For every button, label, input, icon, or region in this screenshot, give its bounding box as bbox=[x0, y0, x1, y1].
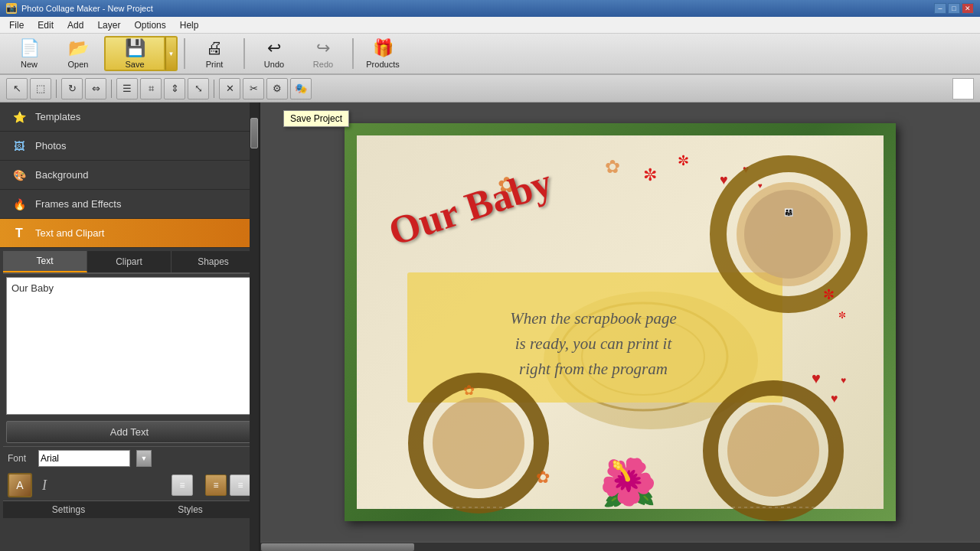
frames-icon: 🔥 bbox=[11, 196, 28, 213]
separator-1 bbox=[184, 38, 185, 69]
sidebar-nav: ⭐ Templates 🖼 Photos 🎨 Background 🔥 Fram… bbox=[0, 103, 259, 248]
align-tool[interactable]: ☰ bbox=[116, 78, 138, 99]
main-layout: ⭐ Templates 🖼 Photos 🎨 Background 🔥 Fram… bbox=[0, 103, 980, 551]
tab-text[interactable]: Text bbox=[3, 251, 87, 272]
separator-3 bbox=[352, 38, 354, 69]
font-section: Font ▼ bbox=[3, 446, 256, 470]
white-page-indicator bbox=[952, 78, 974, 99]
h-scrollbar-thumb bbox=[261, 543, 414, 551]
flip-h-tool[interactable]: ⇔ bbox=[85, 78, 106, 99]
sidebar-item-background[interactable]: 🎨 Background bbox=[0, 161, 259, 190]
font-input[interactable] bbox=[38, 450, 130, 467]
move-tool[interactable]: ⤡ bbox=[188, 78, 209, 99]
title-bar: 📸 Photo Collage Maker - New Project – □ … bbox=[0, 0, 980, 17]
menu-options[interactable]: Options bbox=[128, 18, 172, 32]
style-row: A I ≡ ≡ ≡ bbox=[3, 470, 256, 500]
photos-icon: 🖼 bbox=[11, 138, 28, 155]
sidebar-item-text[interactable]: T Text and Clipart bbox=[0, 219, 259, 248]
main-toolbar: 📄 New 📂 Open 💾 Save ▼ 🖨 Print ↩ Undo ↪ R… bbox=[0, 34, 980, 75]
menu-add[interactable]: Add bbox=[61, 18, 90, 32]
undo-icon: ↩ bbox=[267, 38, 281, 58]
window-controls: – □ ✕ bbox=[934, 3, 974, 14]
canvas-area: ✿ ✿ ♥ ♥ ♥ ✼ ✼ Our Baby bbox=[260, 103, 980, 542]
products-icon: 🎁 bbox=[373, 38, 394, 58]
print-button[interactable]: 🖨 Print bbox=[191, 36, 237, 71]
sep2 bbox=[111, 80, 112, 98]
sidebar-item-templates[interactable]: ⭐ Templates bbox=[0, 103, 259, 132]
crop-tool[interactable]: ⌗ bbox=[140, 78, 162, 99]
sidebar-content: Text Clipart Shapes Our Baby Add Text Fo… bbox=[0, 248, 259, 551]
collage-canvas[interactable]: ✿ ✿ ♥ ♥ ♥ ✼ ✼ Our Baby bbox=[345, 123, 896, 521]
settings-tool[interactable]: ⚙ bbox=[266, 78, 288, 99]
flip-v-tool[interactable]: ⇕ bbox=[164, 78, 185, 99]
font-dropdown-button[interactable]: ▼ bbox=[136, 450, 152, 467]
maximize-button[interactable]: □ bbox=[948, 3, 960, 14]
save-tooltip: Save Project bbox=[283, 110, 349, 127]
select-tool[interactable]: ↖ bbox=[6, 78, 28, 99]
tab-clipart[interactable]: Clipart bbox=[87, 251, 172, 272]
edit-toolbar: ↖ ⬚ ↻ ⇔ ☰ ⌗ ⇕ ⤡ ✕ ✂ ⚙ 🎭 bbox=[0, 75, 980, 103]
bottom-labels: Settings Styles bbox=[3, 500, 256, 518]
rotate-tool[interactable]: ↻ bbox=[61, 78, 83, 99]
text-icon: T bbox=[11, 225, 28, 242]
select-all-tool[interactable]: ⬚ bbox=[30, 78, 51, 99]
effect-tool[interactable]: 🎭 bbox=[290, 78, 312, 99]
app-title: Photo Collage Maker - New Project bbox=[21, 4, 153, 13]
menu-file[interactable]: File bbox=[3, 18, 30, 32]
text-input[interactable]: Our Baby bbox=[6, 277, 253, 415]
add-text-button[interactable]: Add Text bbox=[6, 421, 253, 443]
open-icon: 📂 bbox=[68, 38, 89, 58]
menu-edit[interactable]: Edit bbox=[31, 18, 60, 32]
open-button[interactable]: 📂 Open bbox=[55, 36, 101, 71]
sidebar-item-frames[interactable]: 🔥 Frames and Effects bbox=[0, 190, 259, 219]
scrollbar-thumb bbox=[250, 118, 258, 148]
save-icon: 💾 bbox=[125, 38, 145, 58]
minimize-button[interactable]: – bbox=[934, 3, 946, 14]
settings-label: Settings bbox=[8, 504, 129, 515]
background-icon: 🎨 bbox=[11, 167, 28, 184]
color-style-button[interactable]: A bbox=[8, 473, 32, 497]
crop2-tool[interactable]: ✂ bbox=[243, 78, 264, 99]
products-button[interactable]: 🎁 Products bbox=[360, 36, 406, 71]
menu-layer[interactable]: Layer bbox=[91, 18, 126, 32]
menu-bar: File Edit Add Layer Options Help bbox=[0, 17, 980, 34]
separator-2 bbox=[243, 38, 245, 69]
sidebar-scrollbar[interactable] bbox=[250, 103, 259, 551]
redo-icon: ↪ bbox=[316, 38, 330, 58]
tab-shapes[interactable]: Shapes bbox=[172, 251, 256, 272]
print-icon: 🖨 bbox=[206, 38, 223, 58]
sep bbox=[56, 80, 57, 98]
italic-button[interactable]: I bbox=[35, 473, 54, 497]
new-button[interactable]: 📄 New bbox=[6, 36, 52, 71]
new-icon: 📄 bbox=[19, 38, 40, 58]
undo-button[interactable]: ↩ Undo bbox=[251, 36, 297, 71]
sidebar-item-photos[interactable]: 🖼 Photos bbox=[0, 132, 259, 161]
font-label: Font bbox=[8, 453, 32, 464]
text-tabs: Text Clipart Shapes bbox=[3, 251, 256, 274]
templates-icon: ⭐ bbox=[11, 109, 28, 126]
styles-label: Styles bbox=[129, 504, 251, 515]
close-button[interactable]: ✕ bbox=[962, 3, 974, 14]
canvas-wrapper: ✿ ✿ ♥ ♥ ♥ ✼ ✼ Our Baby bbox=[260, 103, 980, 551]
app-icon: 📸 bbox=[6, 3, 17, 14]
save-group: 💾 Save ▼ bbox=[104, 36, 178, 71]
horizontal-scrollbar[interactable] bbox=[260, 542, 980, 551]
collage-paper bbox=[357, 135, 884, 509]
align-right-button[interactable]: ≡ bbox=[230, 474, 251, 496]
save-dropdown-button[interactable]: ▼ bbox=[165, 36, 178, 71]
sidebar: ⭐ Templates 🖼 Photos 🎨 Background 🔥 Fram… bbox=[0, 103, 260, 551]
align-left2-button[interactable]: ≡ bbox=[205, 474, 227, 496]
save-button[interactable]: 💾 Save bbox=[104, 36, 165, 71]
redo-button[interactable]: ↪ Redo bbox=[300, 36, 346, 71]
menu-help[interactable]: Help bbox=[174, 18, 205, 32]
delete-tool[interactable]: ✕ bbox=[219, 78, 240, 99]
sep3 bbox=[214, 80, 214, 98]
align-left-button[interactable]: ≡ bbox=[172, 474, 193, 496]
